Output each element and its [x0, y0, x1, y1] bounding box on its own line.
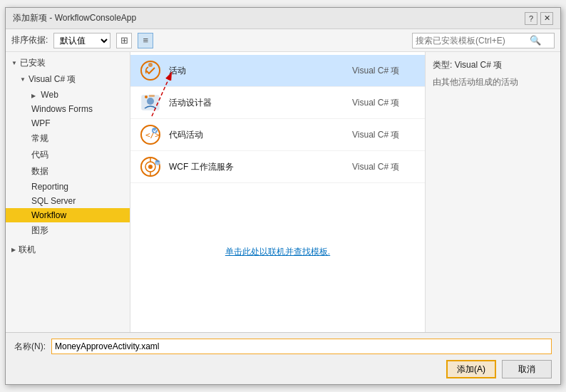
wpf-label: WPF	[31, 118, 51, 128]
sidebar-online[interactable]: ▶ 联机	[6, 242, 130, 258]
visual-csharp-label: Visual C# 项	[29, 73, 76, 86]
designer-icon	[139, 91, 162, 114]
workflow-label: Workflow	[31, 210, 66, 220]
sidebar-item-graphics[interactable]: 图形	[6, 222, 130, 239]
main-area: ▼ 已安装 ▼ Visual C# 项 ▶ Web Windows Forms …	[6, 52, 560, 332]
list-view-button[interactable]: ≡	[138, 33, 153, 48]
code-label: 代码	[31, 150, 48, 160]
name-label: 名称(N):	[14, 341, 46, 353]
template-category-code-activity: Visual C# 项	[352, 129, 416, 141]
search-input[interactable]	[416, 36, 530, 46]
windows-forms-label: Windows Forms	[31, 104, 93, 114]
svg-point-5	[147, 98, 154, 105]
center-link-row: 单击此处以联机并查找模板.	[130, 240, 425, 264]
svg-point-3	[148, 63, 153, 67]
sidebar-installed[interactable]: ▼ 已安装	[6, 55, 130, 71]
help-button[interactable]: ?	[525, 12, 537, 25]
sidebar-item-wpf[interactable]: WPF	[6, 116, 130, 130]
data-label: 数据	[31, 166, 48, 176]
toolbar-row: 排序依据: 默认值 ⊞ ≡ 🔍	[6, 29, 560, 52]
svg-point-6	[145, 96, 148, 98]
template-name-wcf: WCF 工作流服务	[169, 161, 352, 173]
reporting-label: Reporting	[31, 182, 68, 192]
template-row[interactable]: 活动设计器 Visual C# 项	[130, 87, 425, 119]
name-row: 名称(N):	[14, 339, 552, 354]
csharp-triangle: ▼	[20, 76, 26, 83]
svg-point-13	[148, 165, 153, 169]
title-bar: 添加新项 - WorkflowConsoleApp ? ✕	[6, 8, 560, 29]
name-input[interactable]	[51, 339, 552, 354]
wcf-icon: WF	[139, 155, 162, 178]
web-label: Web	[41, 90, 58, 100]
info-type-label: 类型: Visual C# 项	[433, 59, 553, 71]
template-row[interactable]: WF WCF 工作流服务 Visual C# 项	[130, 151, 425, 183]
code-activity-icon: </>	[139, 123, 162, 146]
dialog: 添加新项 - WorkflowConsoleApp ? ✕ 排序依据: 默认值 …	[5, 7, 561, 385]
sidebar-visual-csharp[interactable]: ▼ Visual C# 项	[6, 71, 130, 88]
info-desc: 由其他活动组成的活动	[433, 76, 553, 88]
sidebar-item-sql-server[interactable]: SQL Server	[6, 194, 130, 208]
svg-rect-7	[149, 95, 155, 97]
sidebar-item-windows-forms[interactable]: Windows Forms	[6, 102, 130, 116]
installed-label: 已安装	[20, 57, 46, 69]
sidebar-item-data[interactable]: 数据	[6, 163, 130, 180]
web-triangle: ▶	[31, 93, 36, 99]
content-inner: 活动 Visual C# 项	[130, 52, 560, 332]
sidebar-item-workflow[interactable]: Workflow	[6, 208, 130, 222]
close-button[interactable]: ✕	[540, 12, 553, 25]
search-box: 🔍	[412, 33, 555, 48]
template-list: 活动 Visual C# 项	[130, 52, 425, 332]
online-link[interactable]: 单击此处以联机并查找模板.	[225, 246, 330, 258]
installed-triangle: ▼	[11, 60, 17, 66]
dialog-title: 添加新项 - WorkflowConsoleApp	[13, 12, 136, 24]
content-wrapper: 活动 Visual C# 项	[130, 52, 560, 332]
search-icon[interactable]: 🔍	[530, 35, 541, 46]
template-category-activity: Visual C# 项	[352, 65, 416, 77]
sidebar-item-reporting[interactable]: Reporting	[6, 180, 130, 194]
title-controls: ? ✕	[525, 12, 553, 25]
sidebar-item-normal[interactable]: 常规	[6, 130, 130, 147]
template-name-code-activity: 代码活动	[169, 129, 352, 141]
svg-text:WF: WF	[156, 161, 162, 165]
template-row[interactable]: </> 代码活动 Visual C# 项	[130, 119, 425, 151]
sidebar-item-web[interactable]: ▶ Web	[6, 88, 130, 102]
normal-label: 常规	[31, 133, 48, 143]
sort-select[interactable]: 默认值	[53, 33, 110, 48]
sort-label: 排序依据:	[11, 34, 48, 46]
sidebar: ▼ 已安装 ▼ Visual C# 项 ▶ Web Windows Forms …	[6, 52, 130, 332]
template-category-designer: Visual C# 项	[352, 97, 416, 109]
template-category-wcf: Visual C# 项	[352, 161, 416, 173]
bottom-bar: 名称(N): 添加(A) 取消	[6, 332, 560, 384]
graphics-label: 图形	[31, 225, 48, 235]
button-row: 添加(A) 取消	[14, 360, 552, 378]
template-name-designer: 活动设计器	[169, 97, 352, 109]
sql-server-label: SQL Server	[31, 196, 76, 206]
add-button[interactable]: 添加(A)	[446, 360, 496, 378]
grid-view-button[interactable]: ⊞	[116, 33, 132, 48]
template-name-activity: 活动	[169, 65, 352, 77]
info-panel: 类型: Visual C# 项 由其他活动组成的活动	[425, 52, 560, 332]
online-triangle: ▶	[11, 247, 16, 253]
cancel-button[interactable]: 取消	[502, 360, 552, 378]
template-row[interactable]: 活动 Visual C# 项	[130, 55, 425, 87]
sidebar-item-code[interactable]: 代码	[6, 147, 130, 163]
online-label: 联机	[19, 244, 36, 256]
activity-icon	[139, 59, 162, 82]
